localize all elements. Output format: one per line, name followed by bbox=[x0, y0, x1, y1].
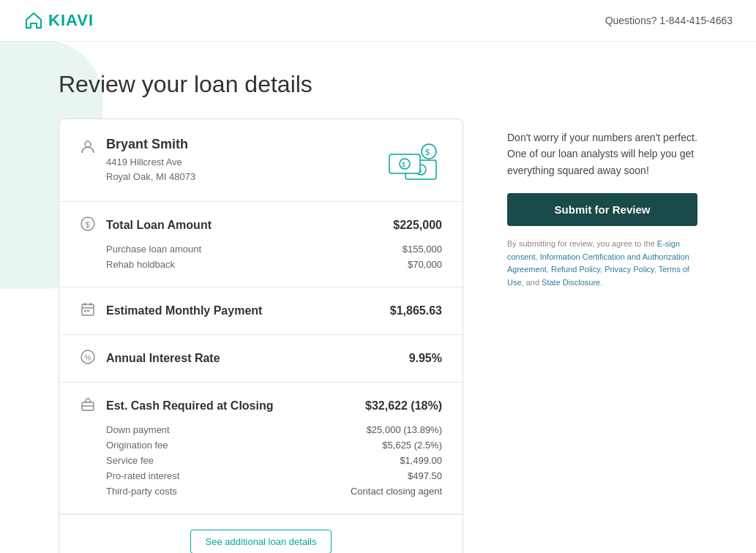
service-fee-row: Service fee $1,499.00 bbox=[106, 453, 442, 468]
main-content: Review your loan details Bryant Smith 44… bbox=[0, 42, 756, 553]
svg-text:%: % bbox=[85, 354, 91, 362]
header: KIAVI Questions? 1-844-415-4663 bbox=[0, 0, 756, 42]
page-title: Review your loan details bbox=[59, 71, 463, 98]
money-bags-icon: $ $ $ bbox=[383, 138, 442, 182]
monthly-payment-section: Estimated Monthly Payment $1,865.63 bbox=[59, 287, 463, 335]
borrower-section: Bryant Smith 4419 Hillcrest Ave Royal Oa… bbox=[59, 119, 463, 202]
legal-text: By submitting for review, you agree to t… bbox=[507, 238, 697, 289]
third-party-row: Third-party costs Contact closing agent bbox=[106, 484, 442, 499]
logo-text: KIAVI bbox=[48, 11, 94, 30]
borrower-address-line1: 4419 Hillcrest Ave bbox=[106, 155, 195, 170]
borrower-name: Bryant Smith bbox=[106, 137, 195, 152]
pro-rated-value: $497.50 bbox=[408, 470, 442, 481]
see-details-button[interactable]: See additional loan details bbox=[190, 530, 332, 553]
home-icon bbox=[23, 10, 44, 31]
cash-closing-title-group: Est. Cash Required at Closing bbox=[80, 397, 273, 415]
interest-rate-label: Annual Interest Rate bbox=[106, 352, 220, 365]
origination-fee-row: Origination fee $5,625 (2.5%) bbox=[106, 437, 442, 453]
cash-closing-value: $32,622 (18%) bbox=[365, 399, 442, 413]
svg-text:$: $ bbox=[425, 148, 430, 157]
monthly-payment-label: Estimated Monthly Payment bbox=[106, 304, 262, 317]
logo: KIAVI bbox=[23, 10, 94, 31]
down-payment-value: $25,000 (13.89%) bbox=[367, 424, 442, 435]
borrower-info: Bryant Smith 4419 Hillcrest Ave Royal Oa… bbox=[80, 137, 195, 184]
card-footer: See additional loan details bbox=[59, 514, 463, 553]
svg-rect-16 bbox=[87, 310, 89, 312]
pro-rated-row: Pro-rated interest $497.50 bbox=[106, 468, 442, 484]
origination-fee-value: $5,625 (2.5%) bbox=[382, 440, 442, 451]
cash-closing-header: Est. Cash Required at Closing $32,622 (1… bbox=[80, 397, 442, 415]
total-loan-details: Purchase loan amount $155,000 Rehab hold… bbox=[80, 241, 442, 272]
svg-rect-11 bbox=[82, 304, 94, 315]
total-loan-header: $ Total Loan Amount $225,000 bbox=[80, 217, 442, 234]
pro-rated-label: Pro-rated interest bbox=[106, 470, 179, 481]
purchase-loan-label: Purchase loan amount bbox=[106, 244, 201, 255]
privacy-policy-link[interactable]: Privacy Policy bbox=[605, 265, 654, 274]
borrower-address-line2: Royal Oak, MI 48073 bbox=[106, 170, 195, 184]
total-loan-value: $225,000 bbox=[393, 219, 442, 232]
monthly-payment-value: $1,865.63 bbox=[390, 304, 442, 317]
service-fee-value: $1,499.00 bbox=[400, 455, 442, 466]
right-column: Don't worry if your numbers aren't perfe… bbox=[507, 71, 697, 553]
third-party-label: Third-party costs bbox=[106, 486, 177, 497]
monthly-payment-header: Estimated Monthly Payment $1,865.63 bbox=[80, 302, 442, 320]
briefcase-icon bbox=[80, 397, 96, 415]
total-loan-section: $ Total Loan Amount $225,000 Purchase lo… bbox=[59, 202, 463, 287]
person-icon bbox=[80, 138, 96, 157]
interest-rate-section: % Annual Interest Rate 9.95% bbox=[59, 335, 463, 383]
state-disclosure-link[interactable]: State Disclosure bbox=[542, 278, 600, 287]
loan-card: Bryant Smith 4419 Hillcrest Ave Royal Oa… bbox=[59, 118, 463, 553]
svg-text:$: $ bbox=[402, 161, 405, 168]
third-party-value: Contact closing agent bbox=[351, 486, 442, 497]
svg-rect-15 bbox=[84, 310, 86, 312]
borrower-details: Bryant Smith 4419 Hillcrest Ave Royal Oa… bbox=[106, 137, 195, 184]
rehab-holdback-label: Rehab holdback bbox=[106, 259, 175, 270]
header-phone: Questions? 1-844-415-4663 bbox=[605, 15, 733, 26]
rehab-holdback-value: $70,000 bbox=[408, 259, 442, 270]
left-column: Review your loan details Bryant Smith 44… bbox=[59, 71, 463, 553]
origination-fee-label: Origination fee bbox=[106, 440, 168, 451]
purchase-loan-row: Purchase loan amount $155,000 bbox=[106, 241, 442, 257]
cash-closing-label: Est. Cash Required at Closing bbox=[106, 399, 273, 413]
cash-closing-details: Down payment $25,000 (13.89%) Originatio… bbox=[80, 422, 442, 499]
interest-rate-header: % Annual Interest Rate 9.95% bbox=[80, 350, 442, 367]
purchase-loan-value: $155,000 bbox=[403, 244, 442, 255]
rehab-holdback-row: Rehab holdback $70,000 bbox=[106, 257, 442, 272]
total-loan-label: Total Loan Amount bbox=[106, 219, 212, 232]
refund-policy-link[interactable]: Refund Policy bbox=[551, 265, 600, 274]
down-payment-label: Down payment bbox=[106, 424, 170, 435]
cash-closing-section: Est. Cash Required at Closing $32,622 (1… bbox=[59, 383, 463, 514]
total-loan-title-group: $ Total Loan Amount bbox=[80, 217, 212, 234]
monthly-payment-title-group: Estimated Monthly Payment bbox=[80, 302, 262, 320]
service-fee-label: Service fee bbox=[106, 455, 154, 466]
down-payment-row: Down payment $25,000 (13.89%) bbox=[106, 422, 442, 437]
svg-text:$: $ bbox=[86, 220, 90, 229]
interest-rate-title-group: % Annual Interest Rate bbox=[80, 350, 220, 367]
help-text: Don't worry if your numbers aren't perfe… bbox=[507, 129, 697, 178]
dollar-circle-icon: $ bbox=[80, 217, 96, 234]
interest-rate-value: 9.95% bbox=[409, 352, 442, 365]
percent-icon: % bbox=[80, 350, 96, 367]
svg-point-0 bbox=[85, 141, 91, 147]
submit-review-button[interactable]: Submit for Review bbox=[507, 193, 697, 226]
calendar-icon bbox=[80, 302, 96, 320]
